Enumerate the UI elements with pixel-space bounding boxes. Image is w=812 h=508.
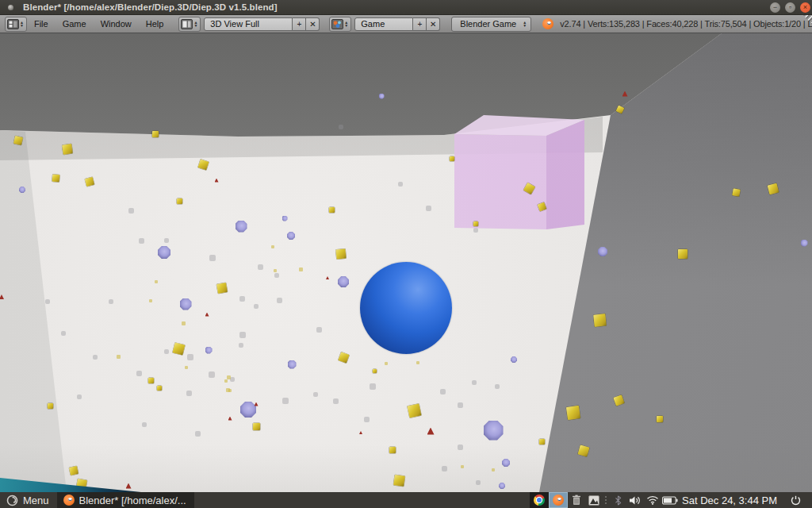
- menu-game[interactable]: Game: [56, 19, 94, 29]
- taskbar-window-button[interactable]: Blender* [/home/alex/...: [57, 492, 194, 508]
- render-engine-value: Blender Game: [460, 19, 516, 29]
- chevron-up-down-icon: ▲▼: [344, 21, 348, 27]
- blender-info-header: ▲▼ File Game Window Help ▲▼ 3D View Full…: [0, 15, 812, 33]
- system-tray: Sat Dec 24, 3:44 PM: [530, 492, 812, 508]
- scene-add-button[interactable]: +: [413, 17, 427, 31]
- scene-icon: [331, 19, 343, 29]
- power-icon[interactable]: [783, 492, 812, 508]
- scene-statistics: v2.74 | Verts:135,283 | Faces:40,228 | T…: [560, 19, 812, 29]
- window-title: Blender* [/home/alex/Blender/Diep.3D/Die…: [23, 2, 278, 12]
- screen-layout-icon-button[interactable]: ▲▼: [178, 17, 201, 32]
- bluetooth-icon[interactable]: [609, 492, 626, 508]
- scene-icon-button[interactable]: ▲▼: [329, 17, 351, 32]
- screen-layout-close-button[interactable]: ✕: [306, 17, 320, 31]
- close-button[interactable]: ×: [800, 2, 810, 13]
- menu-file[interactable]: File: [27, 19, 56, 29]
- menu-swirl-icon: [6, 495, 18, 506]
- screen-layout-add-button[interactable]: +: [293, 17, 306, 31]
- window-titlebar: Blender* [/home/alex/Blender/Diep.3D/Die…: [0, 0, 812, 15]
- screen-layout-field[interactable]: 3D View Full: [204, 17, 293, 31]
- editor-type-selector[interactable]: ▲▼: [5, 17, 27, 32]
- minimize-button[interactable]: −: [770, 2, 780, 13]
- scene-close-button[interactable]: ✕: [427, 17, 440, 31]
- scene-name-value: Game: [361, 19, 385, 29]
- chevron-up-down-icon: ▲▼: [193, 21, 197, 27]
- clock[interactable]: Sat Dec 24, 3:44 PM: [679, 495, 783, 506]
- start-menu-label: Menu: [23, 495, 49, 506]
- screen-layout-icon: [181, 19, 193, 29]
- viewport-3d[interactable]: [0, 33, 812, 492]
- chevron-up-down-icon: ▲▼: [20, 21, 24, 27]
- screenshot-icon[interactable]: [585, 492, 603, 508]
- chrome-icon[interactable]: [530, 492, 549, 508]
- editor-grid-icon: [7, 19, 19, 29]
- blender-tray-icon[interactable]: [549, 492, 568, 508]
- window-controls: − ▫ ×: [770, 2, 812, 13]
- start-menu-button[interactable]: Menu: [0, 492, 57, 508]
- maximize-button[interactable]: ▫: [785, 2, 795, 13]
- volume-icon[interactable]: [626, 492, 644, 508]
- scene-name-field[interactable]: Game: [354, 17, 413, 31]
- blue-sphere: [360, 262, 452, 354]
- grip-dots: [605, 496, 607, 504]
- trash-icon[interactable]: [568, 492, 585, 508]
- desktop-taskbar: Menu Blender* [/home/alex/...: [0, 492, 812, 508]
- scatter-gold: [473, 221, 478, 226]
- menu-help[interactable]: Help: [139, 19, 171, 29]
- wifi-icon[interactable]: [644, 492, 661, 508]
- scatter-gold: [450, 156, 454, 161]
- battery-icon[interactable]: [661, 492, 679, 508]
- blender-icon: [63, 495, 75, 506]
- taskbar-window-label: Blender* [/home/alex/...: [79, 495, 186, 506]
- chevron-up-down-icon: ▲▼: [523, 21, 527, 27]
- blender-logo-icon: [542, 18, 553, 29]
- screen-layout-value: 3D View Full: [210, 19, 259, 29]
- window-app-icon: [8, 5, 13, 10]
- render-engine-dropdown[interactable]: Blender Game ▲▼: [451, 17, 531, 32]
- menu-window[interactable]: Window: [94, 19, 139, 29]
